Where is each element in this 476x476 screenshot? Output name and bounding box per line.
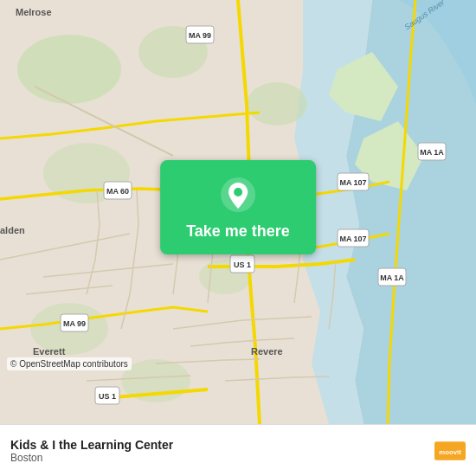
place-name: Kids & I the Learning Center xyxy=(10,438,173,452)
svg-text:MA 99: MA 99 xyxy=(189,31,211,40)
svg-text:MA 1A: MA 1A xyxy=(380,273,404,282)
svg-text:US 1: US 1 xyxy=(234,261,251,269)
svg-text:Melrose: Melrose xyxy=(16,7,52,17)
cta-button[interactable]: Take me there xyxy=(160,160,316,254)
svg-text:US 1: US 1 xyxy=(99,392,116,401)
svg-text:moovit: moovit xyxy=(439,448,461,456)
svg-point-6 xyxy=(17,35,121,104)
svg-point-37 xyxy=(234,188,242,196)
svg-text:MA 107: MA 107 xyxy=(339,178,366,187)
svg-text:MA 107: MA 107 xyxy=(339,235,366,243)
cta-label: Take me there xyxy=(186,222,290,241)
moovit-logo: moovit xyxy=(434,435,466,466)
place-info: Kids & I the Learning Center Boston xyxy=(10,438,173,464)
svg-point-8 xyxy=(247,82,307,125)
svg-text:Revere: Revere xyxy=(251,346,283,357)
place-city: Boston xyxy=(10,452,173,464)
map-container: MA 99 MA 60 MA 107 MA 107 MA 1A MA 1A US… xyxy=(0,0,476,424)
location-pin-icon xyxy=(219,176,257,214)
moovit-icon: moovit xyxy=(434,435,466,466)
svg-text:MA 1A: MA 1A xyxy=(420,148,444,157)
svg-text:alden: alden xyxy=(0,225,25,235)
svg-text:MA 99: MA 99 xyxy=(63,319,86,328)
bottom-bar: Kids & I the Learning Center Boston moov… xyxy=(0,424,476,476)
osm-credit: © OpenStreetMap contributors xyxy=(7,357,132,370)
svg-text:MA 60: MA 60 xyxy=(106,187,129,196)
svg-text:Everett: Everett xyxy=(33,346,66,357)
